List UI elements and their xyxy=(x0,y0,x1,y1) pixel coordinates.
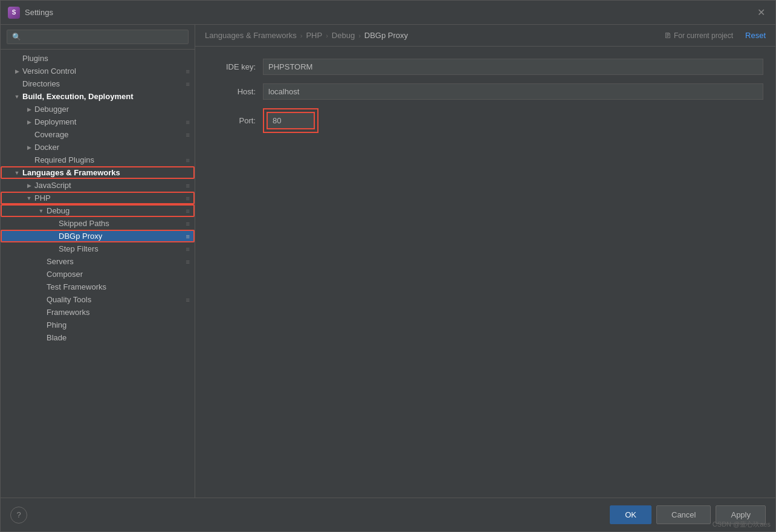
sidebar-item-build[interactable]: ▼ Build, Execution, Deployment xyxy=(1,90,195,103)
sidebar-item-label: Phing xyxy=(47,320,195,329)
sidebar-item-debugger[interactable]: ▶ Debugger xyxy=(1,103,195,115)
sidebar-item-javascript[interactable]: ▶ JavaScript ≡ xyxy=(1,179,195,192)
config-icon: ≡ xyxy=(186,131,190,138)
arrow-icon: ▼ xyxy=(13,94,21,100)
sidebar-item-version-control[interactable]: ▶ Version Control ≡ xyxy=(1,65,195,77)
sidebar-item-label: Version Control xyxy=(22,66,186,76)
sidebar-item-deployment[interactable]: ▶ Deployment ≡ xyxy=(1,115,195,128)
sidebar-item-label: Step Filters xyxy=(59,244,186,253)
watermark: CSDN @蓝心玖aes xyxy=(713,520,771,529)
sidebar-item-label: Frameworks xyxy=(47,308,195,317)
sidebar-item-docker[interactable]: ▶ Docker xyxy=(1,141,195,154)
sidebar-item-php[interactable]: ▼ PHP ≡ xyxy=(1,192,195,204)
sidebar-item-directories[interactable]: Directories ≡ xyxy=(1,77,195,90)
sidebar-item-label: JavaScript xyxy=(34,181,186,190)
arrow-icon: ▶ xyxy=(13,68,21,74)
breadcrumb-sep-1: › xyxy=(300,32,303,39)
breadcrumb: Languages & Frameworks › PHP › Debug › D… xyxy=(195,25,775,47)
close-button[interactable]: ✕ xyxy=(754,5,768,20)
sidebar-item-label: Debug xyxy=(47,206,186,215)
config-icon: ≡ xyxy=(186,195,190,202)
sidebar-item-step-filters[interactable]: Step Filters ≡ xyxy=(1,242,195,255)
sidebar-item-composer[interactable]: Composer xyxy=(1,268,195,281)
sidebar-item-label: Deployment xyxy=(34,117,186,126)
sidebar-item-label: Test Frameworks xyxy=(47,282,195,291)
breadcrumb-sep-3: › xyxy=(358,32,361,39)
sidebar-item-dbgp-proxy[interactable]: DBGp Proxy ≡ xyxy=(1,230,195,242)
port-input[interactable] xyxy=(267,112,315,129)
sidebar-item-phing[interactable]: Phing xyxy=(1,319,195,331)
arrow-icon: ▶ xyxy=(25,106,33,112)
config-icon: ≡ xyxy=(186,233,190,240)
arrow-icon: ▼ xyxy=(25,195,33,201)
sidebar-item-label: Servers xyxy=(47,257,186,266)
port-input-wrapper xyxy=(263,108,318,133)
sidebar-item-label: DBGp Proxy xyxy=(59,232,186,241)
sidebar-item-label: Composer xyxy=(47,270,195,279)
sidebar-item-test-frameworks[interactable]: Test Frameworks xyxy=(1,281,195,293)
breadcrumb-item-1: Languages & Frameworks xyxy=(205,31,297,40)
breadcrumb-sep-2: › xyxy=(326,32,328,39)
form-area: IDE key: Host: Port: xyxy=(195,47,775,498)
sidebar-item-coverage[interactable]: Coverage ≡ xyxy=(1,128,195,141)
port-row: Port: xyxy=(207,108,763,133)
bottom-bar: ? OK Cancel Apply xyxy=(1,498,775,531)
arrow-icon: ▼ xyxy=(37,208,45,214)
arrow-icon: ▼ xyxy=(13,170,21,176)
breadcrumb-current: DBGp Proxy xyxy=(364,31,408,40)
project-text: For current project xyxy=(674,31,733,40)
ide-key-row: IDE key: xyxy=(207,59,763,75)
sidebar-item-servers[interactable]: Servers ≡ xyxy=(1,255,195,268)
app-icon: S xyxy=(8,7,20,19)
sidebar-item-blade[interactable]: Blade xyxy=(1,331,195,344)
sidebar-item-plugins[interactable]: Plugins xyxy=(1,52,195,65)
sidebar-item-label: Quality Tools xyxy=(47,295,186,304)
config-icon: ≡ xyxy=(186,182,190,189)
project-icon: 🖹 xyxy=(664,31,671,40)
sidebar-item-label: Skipped Paths xyxy=(59,219,186,228)
sidebar-item-label: Build, Execution, Deployment xyxy=(22,92,195,101)
sidebar-item-quality-tools[interactable]: Quality Tools ≡ xyxy=(1,293,195,306)
arrow-icon: ▶ xyxy=(25,183,33,189)
breadcrumb-item-2: PHP xyxy=(306,31,322,40)
arrow-icon: ▶ xyxy=(25,144,33,151)
sidebar-item-required-plugins[interactable]: Required Plugins ≡ xyxy=(1,154,195,166)
config-icon: ≡ xyxy=(186,80,190,88)
sidebar-item-label: Debugger xyxy=(34,105,195,114)
ide-key-input[interactable] xyxy=(263,59,763,75)
sidebar: Plugins ▶ Version Control ≡ Directories … xyxy=(1,25,195,498)
cancel-button[interactable]: Cancel xyxy=(656,505,711,524)
host-row: Host: xyxy=(207,83,763,100)
sidebar-item-label: Blade xyxy=(47,333,195,342)
host-input[interactable] xyxy=(263,83,763,100)
ok-button[interactable]: OK xyxy=(610,505,652,524)
config-icon: ≡ xyxy=(186,258,190,265)
search-input[interactable] xyxy=(7,30,189,44)
help-button[interactable]: ? xyxy=(10,507,27,524)
sidebar-item-debug[interactable]: ▼ Debug ≡ xyxy=(1,204,195,217)
sidebar-item-label: Docker xyxy=(34,143,195,152)
sidebar-item-label: Languages & Frameworks xyxy=(22,168,195,177)
sidebar-item-languages-frameworks[interactable]: ▼ Languages & Frameworks xyxy=(1,166,195,179)
ide-key-label: IDE key: xyxy=(207,62,256,71)
sidebar-item-label: Directories xyxy=(22,79,186,88)
title-bar: S Settings ✕ xyxy=(1,1,775,25)
search-bar xyxy=(1,25,195,50)
arrow-icon: ▶ xyxy=(25,119,33,125)
config-icon: ≡ xyxy=(186,296,190,303)
config-icon: ≡ xyxy=(186,245,190,253)
breadcrumb-item-3: Debug xyxy=(332,31,355,40)
sidebar-item-label: Required Plugins xyxy=(34,155,186,164)
sidebar-tree: Plugins ▶ Version Control ≡ Directories … xyxy=(1,50,195,498)
sidebar-item-label: Coverage xyxy=(34,130,186,139)
host-label: Host: xyxy=(207,87,256,96)
sidebar-item-skipped-paths[interactable]: Skipped Paths ≡ xyxy=(1,217,195,230)
sidebar-item-label: Plugins xyxy=(22,54,195,63)
sidebar-item-frameworks[interactable]: Frameworks xyxy=(1,306,195,319)
config-icon: ≡ xyxy=(186,118,190,126)
main-panel: Languages & Frameworks › PHP › Debug › D… xyxy=(195,25,775,498)
port-label: Port: xyxy=(207,116,256,125)
settings-window: S Settings ✕ Plugins ▶ Version Control xyxy=(0,0,776,532)
reset-button[interactable]: Reset xyxy=(745,31,766,40)
content-area: Plugins ▶ Version Control ≡ Directories … xyxy=(1,25,775,498)
